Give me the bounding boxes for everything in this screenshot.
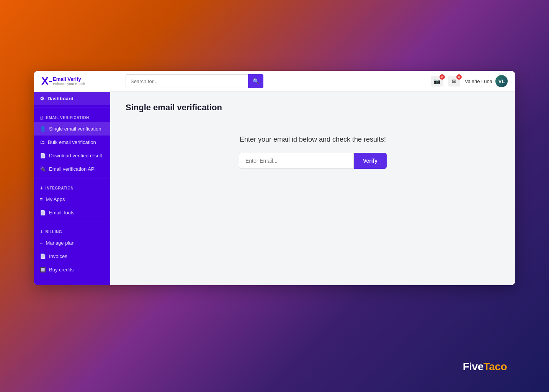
app-body: ⚙ Dashboard @ EMAIL VERIFICATION 👤 Singl… <box>34 92 515 285</box>
search-input[interactable] <box>126 74 248 88</box>
divider-3 <box>34 222 110 222</box>
sidebar-item-manage-plan[interactable]: ≡ Manage plan <box>34 236 110 250</box>
logo-x-icon: X- <box>41 76 52 87</box>
api-icon: 🔌 <box>40 166 46 172</box>
logo-main: Email Verify <box>53 76 85 82</box>
fivetaco-brand: FiveTaco <box>463 361 507 373</box>
integration-section-label: INTEGRATION <box>46 186 74 190</box>
bulk-email-label: Bulk email verification <box>48 139 96 145</box>
credits-icon: 🔲 <box>40 267 46 273</box>
email-verification-section-label: EMAIL VERIFICATION <box>46 116 89 120</box>
logo-text: Email Verify Enhance your Reach <box>53 76 85 86</box>
bulk-email-icon: 🗂 <box>40 139 45 145</box>
sidebar-item-dashboard[interactable]: ⚙ Dashboard <box>34 92 110 105</box>
divider-2 <box>34 178 110 178</box>
billing-section-label: BILLING <box>46 230 62 234</box>
sidebar-item-email-tools[interactable]: 📄 Email Tools <box>34 206 110 219</box>
main-content: Single email verification Enter your ema… <box>110 92 515 285</box>
sidebar-item-bulk-email[interactable]: 🗂 Bulk email verification <box>34 136 110 149</box>
notification-badge-1: 0 <box>440 74 445 80</box>
manage-plan-icon: ≡ <box>40 240 43 246</box>
user-name: Valerie Luna <box>465 78 492 84</box>
manage-plan-label: Manage plan <box>46 240 75 246</box>
sidebar-item-download-verified[interactable]: 📄 Download verified result <box>34 149 110 162</box>
single-email-icon: 👤 <box>40 126 46 132</box>
integration-icon: ⬇ <box>40 186 43 190</box>
header-actions: 📷 0 ✉ 0 Valerie Luna VL <box>431 75 508 87</box>
logo-sub: Enhance your Reach <box>53 82 85 86</box>
search-button[interactable]: 🔍 <box>248 74 263 88</box>
billing-icon: ⬇ <box>40 230 43 234</box>
download-verified-label: Download verified result <box>49 153 102 158</box>
sidebar-item-single-email[interactable]: 👤 Single email verification <box>34 122 110 136</box>
sidebar-section-integration: ⬇ INTEGRATION <box>34 181 110 193</box>
verify-prompt: Enter your email id below and check the … <box>240 136 386 144</box>
download-icon: 📄 <box>40 153 46 158</box>
notification-icon-1[interactable]: 📷 0 <box>431 76 443 87</box>
fivetaco-taco: Taco <box>484 361 507 372</box>
sidebar-item-api[interactable]: 🔌 Email verification API <box>34 162 110 176</box>
sidebar-dashboard-label: Dashboard <box>47 96 74 101</box>
email-tools-label: Email Tools <box>49 210 74 216</box>
at-icon: @ <box>40 116 44 120</box>
dashboard-icon: ⚙ <box>40 96 44 101</box>
verify-button[interactable]: Verify <box>354 153 387 169</box>
invoices-icon: 📄 <box>40 253 46 259</box>
sidebar: ⚙ Dashboard @ EMAIL VERIFICATION 👤 Singl… <box>34 92 110 285</box>
header: X- Email Verify Enhance your Reach 🔍 📷 0… <box>34 71 515 92</box>
verify-section: Enter your email id below and check the … <box>126 136 500 169</box>
invoices-label: Invoices <box>49 253 67 259</box>
search-area: 🔍 <box>126 74 423 88</box>
logo-area: X- Email Verify Enhance your Reach <box>41 76 118 87</box>
envelope-icon: ✉ <box>452 78 456 84</box>
apps-icon: ≡ <box>40 196 43 202</box>
sidebar-section-billing: ⬇ BILLING <box>34 224 110 236</box>
bell-icon: 📷 <box>434 78 440 84</box>
avatar: VL <box>495 75 508 87</box>
fivetaco-text: FiveTaco <box>463 361 507 372</box>
buy-credits-label: Buy credits <box>49 267 74 273</box>
sidebar-item-invoices[interactable]: 📄 Invoices <box>34 250 110 263</box>
sidebar-item-buy-credits[interactable]: 🔲 Buy credits <box>34 263 110 276</box>
single-email-label: Single email verification <box>49 126 101 132</box>
page-title: Single email verification <box>126 103 500 113</box>
email-input[interactable] <box>239 153 354 169</box>
divider-1 <box>34 108 110 108</box>
my-apps-label: My Apps <box>46 196 65 202</box>
app-card: X- Email Verify Enhance your Reach 🔍 📷 0… <box>34 71 515 285</box>
verify-form: Verify <box>239 153 387 169</box>
tools-icon: 📄 <box>40 210 46 216</box>
notification-icon-2[interactable]: ✉ 0 <box>448 76 460 87</box>
sidebar-item-my-apps[interactable]: ≡ My Apps <box>34 193 110 206</box>
api-label: Email verification API <box>49 166 96 172</box>
sidebar-section-email: @ EMAIL VERIFICATION <box>34 110 110 122</box>
fivetaco-five: Five <box>463 361 484 372</box>
notification-badge-2: 0 <box>456 74 462 80</box>
search-icon: 🔍 <box>253 78 259 84</box>
user-area[interactable]: Valerie Luna VL <box>465 75 508 87</box>
